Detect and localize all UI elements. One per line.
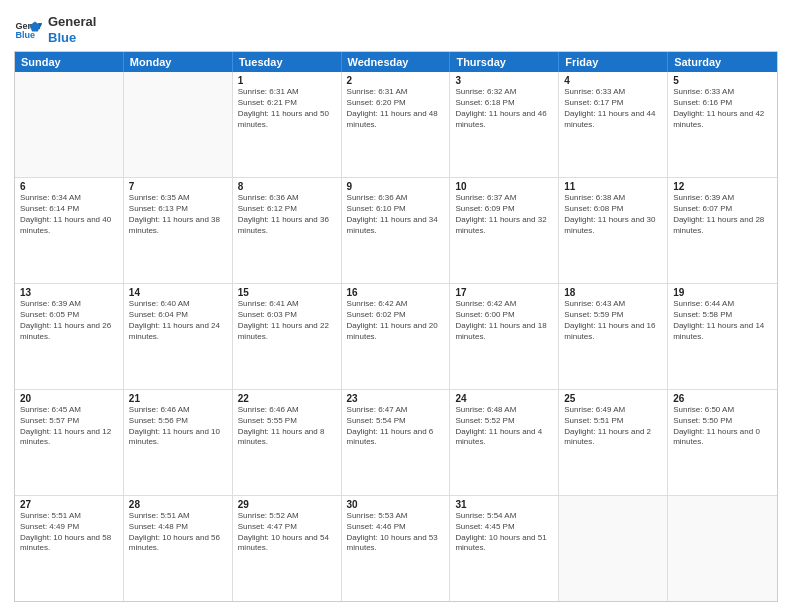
day-number: 22	[238, 393, 336, 404]
calendar-cell: 10Sunrise: 6:37 AM Sunset: 6:09 PM Dayli…	[450, 178, 559, 283]
calendar-header: SundayMondayTuesdayWednesdayThursdayFrid…	[15, 52, 777, 72]
calendar-cell: 28Sunrise: 5:51 AM Sunset: 4:48 PM Dayli…	[124, 496, 233, 601]
day-number: 13	[20, 287, 118, 298]
calendar-cell	[559, 496, 668, 601]
calendar-cell: 9Sunrise: 6:36 AM Sunset: 6:10 PM Daylig…	[342, 178, 451, 283]
calendar: SundayMondayTuesdayWednesdayThursdayFrid…	[14, 51, 778, 602]
cell-info: Sunrise: 6:46 AM Sunset: 5:56 PM Dayligh…	[129, 405, 227, 448]
cell-info: Sunrise: 6:36 AM Sunset: 6:10 PM Dayligh…	[347, 193, 445, 236]
day-number: 2	[347, 75, 445, 86]
calendar-cell: 12Sunrise: 6:39 AM Sunset: 6:07 PM Dayli…	[668, 178, 777, 283]
cell-info: Sunrise: 6:43 AM Sunset: 5:59 PM Dayligh…	[564, 299, 662, 342]
day-number: 1	[238, 75, 336, 86]
cell-info: Sunrise: 6:49 AM Sunset: 5:51 PM Dayligh…	[564, 405, 662, 448]
logo-line2: Blue	[48, 30, 96, 46]
day-number: 28	[129, 499, 227, 510]
day-number: 6	[20, 181, 118, 192]
cell-info: Sunrise: 6:42 AM Sunset: 6:00 PM Dayligh…	[455, 299, 553, 342]
day-number: 27	[20, 499, 118, 510]
cell-info: Sunrise: 6:34 AM Sunset: 6:14 PM Dayligh…	[20, 193, 118, 236]
calendar-cell: 31Sunrise: 5:54 AM Sunset: 4:45 PM Dayli…	[450, 496, 559, 601]
day-number: 8	[238, 181, 336, 192]
logo-icon: General Blue	[14, 16, 42, 44]
cell-info: Sunrise: 6:40 AM Sunset: 6:04 PM Dayligh…	[129, 299, 227, 342]
calendar-cell: 20Sunrise: 6:45 AM Sunset: 5:57 PM Dayli…	[15, 390, 124, 495]
calendar-cell: 17Sunrise: 6:42 AM Sunset: 6:00 PM Dayli…	[450, 284, 559, 389]
logo-line1: General	[48, 14, 96, 30]
logo: General Blue General Blue	[14, 14, 96, 45]
calendar-cell: 18Sunrise: 6:43 AM Sunset: 5:59 PM Dayli…	[559, 284, 668, 389]
calendar-cell: 23Sunrise: 6:47 AM Sunset: 5:54 PM Dayli…	[342, 390, 451, 495]
calendar-cell: 25Sunrise: 6:49 AM Sunset: 5:51 PM Dayli…	[559, 390, 668, 495]
day-number: 14	[129, 287, 227, 298]
day-number: 29	[238, 499, 336, 510]
header-day-wednesday: Wednesday	[342, 52, 451, 72]
cell-info: Sunrise: 6:31 AM Sunset: 6:21 PM Dayligh…	[238, 87, 336, 130]
day-number: 31	[455, 499, 553, 510]
cell-info: Sunrise: 6:31 AM Sunset: 6:20 PM Dayligh…	[347, 87, 445, 130]
cell-info: Sunrise: 6:46 AM Sunset: 5:55 PM Dayligh…	[238, 405, 336, 448]
calendar-cell: 22Sunrise: 6:46 AM Sunset: 5:55 PM Dayli…	[233, 390, 342, 495]
cell-info: Sunrise: 6:48 AM Sunset: 5:52 PM Dayligh…	[455, 405, 553, 448]
calendar-cell: 19Sunrise: 6:44 AM Sunset: 5:58 PM Dayli…	[668, 284, 777, 389]
calendar-row-4: 20Sunrise: 6:45 AM Sunset: 5:57 PM Dayli…	[15, 390, 777, 496]
day-number: 19	[673, 287, 772, 298]
cell-info: Sunrise: 5:51 AM Sunset: 4:48 PM Dayligh…	[129, 511, 227, 554]
calendar-row-5: 27Sunrise: 5:51 AM Sunset: 4:49 PM Dayli…	[15, 496, 777, 601]
calendar-cell	[668, 496, 777, 601]
cell-info: Sunrise: 6:39 AM Sunset: 6:05 PM Dayligh…	[20, 299, 118, 342]
calendar-cell: 21Sunrise: 6:46 AM Sunset: 5:56 PM Dayli…	[124, 390, 233, 495]
page-header: General Blue General Blue	[14, 10, 778, 45]
calendar-cell: 6Sunrise: 6:34 AM Sunset: 6:14 PM Daylig…	[15, 178, 124, 283]
cell-info: Sunrise: 6:38 AM Sunset: 6:08 PM Dayligh…	[564, 193, 662, 236]
cell-info: Sunrise: 6:32 AM Sunset: 6:18 PM Dayligh…	[455, 87, 553, 130]
day-number: 20	[20, 393, 118, 404]
calendar-cell: 14Sunrise: 6:40 AM Sunset: 6:04 PM Dayli…	[124, 284, 233, 389]
day-number: 3	[455, 75, 553, 86]
day-number: 26	[673, 393, 772, 404]
day-number: 18	[564, 287, 662, 298]
calendar-cell: 27Sunrise: 5:51 AM Sunset: 4:49 PM Dayli…	[15, 496, 124, 601]
cell-info: Sunrise: 6:47 AM Sunset: 5:54 PM Dayligh…	[347, 405, 445, 448]
calendar-cell: 8Sunrise: 6:36 AM Sunset: 6:12 PM Daylig…	[233, 178, 342, 283]
calendar-cell: 26Sunrise: 6:50 AM Sunset: 5:50 PM Dayli…	[668, 390, 777, 495]
cell-info: Sunrise: 6:36 AM Sunset: 6:12 PM Dayligh…	[238, 193, 336, 236]
cell-info: Sunrise: 6:33 AM Sunset: 6:17 PM Dayligh…	[564, 87, 662, 130]
calendar-cell: 1Sunrise: 6:31 AM Sunset: 6:21 PM Daylig…	[233, 72, 342, 177]
calendar-row-2: 6Sunrise: 6:34 AM Sunset: 6:14 PM Daylig…	[15, 178, 777, 284]
cell-info: Sunrise: 6:39 AM Sunset: 6:07 PM Dayligh…	[673, 193, 772, 236]
cell-info: Sunrise: 5:52 AM Sunset: 4:47 PM Dayligh…	[238, 511, 336, 554]
cell-info: Sunrise: 6:33 AM Sunset: 6:16 PM Dayligh…	[673, 87, 772, 130]
calendar-cell: 4Sunrise: 6:33 AM Sunset: 6:17 PM Daylig…	[559, 72, 668, 177]
header-day-friday: Friday	[559, 52, 668, 72]
calendar-cell: 13Sunrise: 6:39 AM Sunset: 6:05 PM Dayli…	[15, 284, 124, 389]
calendar-cell: 3Sunrise: 6:32 AM Sunset: 6:18 PM Daylig…	[450, 72, 559, 177]
calendar-cell: 29Sunrise: 5:52 AM Sunset: 4:47 PM Dayli…	[233, 496, 342, 601]
cell-info: Sunrise: 6:44 AM Sunset: 5:58 PM Dayligh…	[673, 299, 772, 342]
cell-info: Sunrise: 6:42 AM Sunset: 6:02 PM Dayligh…	[347, 299, 445, 342]
header-day-tuesday: Tuesday	[233, 52, 342, 72]
calendar-row-3: 13Sunrise: 6:39 AM Sunset: 6:05 PM Dayli…	[15, 284, 777, 390]
calendar-cell: 15Sunrise: 6:41 AM Sunset: 6:03 PM Dayli…	[233, 284, 342, 389]
header-day-thursday: Thursday	[450, 52, 559, 72]
day-number: 15	[238, 287, 336, 298]
calendar-cell	[124, 72, 233, 177]
header-day-sunday: Sunday	[15, 52, 124, 72]
calendar-cell: 16Sunrise: 6:42 AM Sunset: 6:02 PM Dayli…	[342, 284, 451, 389]
calendar-cell: 5Sunrise: 6:33 AM Sunset: 6:16 PM Daylig…	[668, 72, 777, 177]
header-day-monday: Monday	[124, 52, 233, 72]
calendar-cell: 11Sunrise: 6:38 AM Sunset: 6:08 PM Dayli…	[559, 178, 668, 283]
day-number: 7	[129, 181, 227, 192]
calendar-cell: 7Sunrise: 6:35 AM Sunset: 6:13 PM Daylig…	[124, 178, 233, 283]
cell-info: Sunrise: 6:37 AM Sunset: 6:09 PM Dayligh…	[455, 193, 553, 236]
calendar-cell: 30Sunrise: 5:53 AM Sunset: 4:46 PM Dayli…	[342, 496, 451, 601]
day-number: 4	[564, 75, 662, 86]
day-number: 24	[455, 393, 553, 404]
day-number: 9	[347, 181, 445, 192]
day-number: 11	[564, 181, 662, 192]
cell-info: Sunrise: 6:41 AM Sunset: 6:03 PM Dayligh…	[238, 299, 336, 342]
cell-info: Sunrise: 5:53 AM Sunset: 4:46 PM Dayligh…	[347, 511, 445, 554]
day-number: 10	[455, 181, 553, 192]
day-number: 21	[129, 393, 227, 404]
calendar-cell: 2Sunrise: 6:31 AM Sunset: 6:20 PM Daylig…	[342, 72, 451, 177]
